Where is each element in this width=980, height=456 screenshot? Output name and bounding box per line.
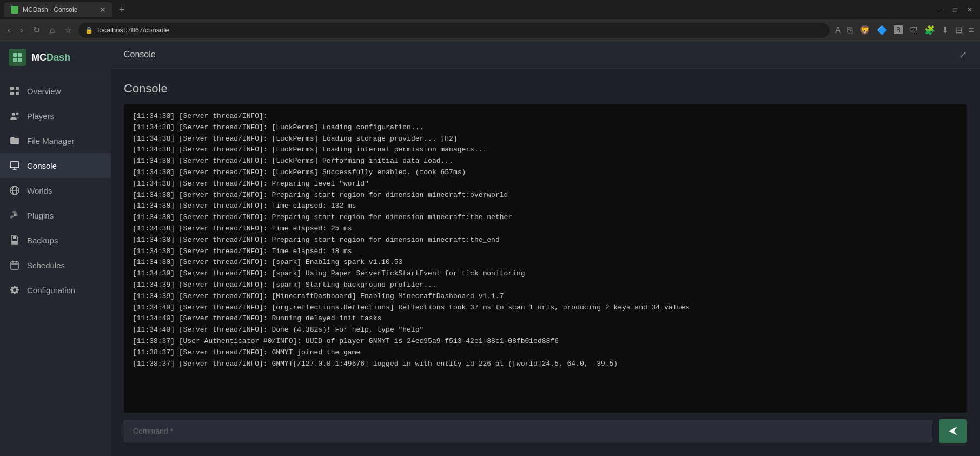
- logo-suffix: Dash: [47, 52, 70, 63]
- translate-icon[interactable]: A: [833, 24, 843, 36]
- sidebar-label-backups: Backups: [27, 236, 58, 245]
- download-icon[interactable]: ⬇: [939, 24, 951, 36]
- sidebar-label-console: Console: [27, 161, 57, 170]
- forward-button[interactable]: ›: [17, 23, 26, 37]
- svg-rect-1: [18, 53, 22, 57]
- logo-svg: [12, 52, 23, 63]
- sidebar-toggle-icon[interactable]: ⊟: [953, 24, 964, 36]
- console-line: [11:34:38] [Server thread/INFO]: Prepari…: [133, 190, 958, 201]
- svg-rect-14: [13, 236, 16, 239]
- svg-rect-6: [10, 92, 14, 95]
- console-line: [11:34:39] [Server thread/INFO]: [Minecr…: [133, 291, 958, 302]
- console-line: [11:34:38] [Server thread/INFO]: Time el…: [133, 201, 958, 212]
- console-line: [11:34:38] [Server thread/INFO]: Prepari…: [133, 235, 958, 246]
- address-bar[interactable]: 🔒 localhost:7867/console: [78, 23, 830, 38]
- sidebar-label-plugins: Plugins: [27, 211, 54, 220]
- console-main: Console [11:34:38] [Server thread/INFO]:…: [111, 69, 980, 456]
- console-line: [11:34:38] [Server thread/INFO]: [LuckPe…: [133, 122, 958, 134]
- logo-text: MCDash: [31, 52, 70, 63]
- svg-rect-13: [14, 214, 16, 216]
- console-line: [11:34:38] [Server thread/INFO]: Time el…: [133, 246, 958, 257]
- shield-icon[interactable]: 🛡: [907, 24, 920, 36]
- console-line: [11:38:37] [Server thread/INFO]: GNMYT[/…: [133, 359, 958, 370]
- sidebar-item-file-manager[interactable]: File Manager: [0, 128, 111, 153]
- console-line: [11:34:38] [Server thread/INFO]:: [133, 111, 958, 122]
- console-line: [11:38:37] [User Authenticator #0/INFO]:…: [133, 336, 958, 347]
- extension-icon-1[interactable]: 🔷: [875, 24, 890, 36]
- sidebar: MCDash Overview Players: [0, 41, 111, 456]
- svg-rect-15: [12, 241, 17, 244]
- menu-icon[interactable]: ≡: [966, 24, 976, 36]
- bookmark-button[interactable]: ☆: [61, 23, 75, 37]
- sidebar-item-console[interactable]: Console: [0, 153, 111, 178]
- command-input[interactable]: [124, 420, 932, 442]
- console-line: [11:34:39] [Server thread/INFO]: [spark]…: [133, 268, 958, 280]
- calendar-icon: [9, 259, 21, 271]
- svg-point-9: [16, 113, 19, 115]
- sidebar-item-schedules[interactable]: Schedules: [0, 253, 111, 277]
- tab-favicon: [11, 6, 18, 14]
- svg-rect-4: [10, 87, 14, 90]
- sidebar-label-players: Players: [27, 111, 54, 121]
- svg-rect-16: [11, 262, 18, 269]
- app-logo: MCDash: [0, 41, 111, 74]
- close-window-button[interactable]: ✕: [964, 5, 976, 15]
- main-header: Console ⤢: [111, 41, 980, 69]
- extension-icon-3[interactable]: 🧩: [922, 24, 937, 36]
- command-submit-button[interactable]: [939, 419, 967, 443]
- minimize-button[interactable]: —: [934, 5, 947, 15]
- logo-prefix: MC: [31, 52, 47, 63]
- share-icon[interactable]: ⎘: [845, 24, 855, 36]
- console-line: [11:34:38] [Server thread/INFO]: Prepari…: [133, 179, 958, 190]
- console-line: [11:34:38] [Server thread/INFO]: [LuckPe…: [133, 156, 958, 167]
- users-icon: [9, 110, 21, 122]
- sidebar-item-worlds[interactable]: Worlds: [0, 178, 111, 203]
- sidebar-label-overview: Overview: [27, 87, 61, 96]
- svg-point-8: [12, 113, 15, 116]
- back-button[interactable]: ‹: [4, 23, 14, 37]
- refresh-button[interactable]: ↻: [30, 23, 43, 37]
- tab-close-button[interactable]: ✕: [100, 5, 106, 14]
- console-line: [11:34:38] [Server thread/INFO]: Time el…: [133, 223, 958, 235]
- sidebar-item-configuration[interactable]: Configuration: [0, 277, 111, 302]
- sidebar-label-worlds: Worlds: [27, 186, 52, 195]
- command-area: [124, 413, 967, 443]
- address-text: localhost:7867/console: [97, 26, 823, 34]
- console-line: [11:34:38] [Server thread/INFO]: [spark]…: [133, 257, 958, 268]
- sidebar-item-players[interactable]: Players: [0, 103, 111, 128]
- svg-rect-7: [16, 92, 19, 95]
- extension-icon-2[interactable]: 🅱: [892, 24, 905, 36]
- window-controls: — □ ✕: [934, 5, 976, 15]
- svg-rect-3: [18, 58, 22, 62]
- sidebar-item-backups[interactable]: Backups: [0, 228, 111, 253]
- svg-rect-2: [13, 58, 17, 62]
- maximize-button[interactable]: □: [950, 5, 961, 15]
- new-tab-button[interactable]: +: [115, 4, 129, 16]
- sidebar-item-overview[interactable]: Overview: [0, 78, 111, 103]
- console-line: [11:34:38] [Server thread/INFO]: [LuckPe…: [133, 134, 958, 145]
- sidebar-nav: Overview Players File Manager: [0, 74, 111, 456]
- sidebar-label-configuration: Configuration: [27, 286, 75, 295]
- console-line: [11:38:37] [Server thread/INFO]: GNMYT j…: [133, 347, 958, 359]
- console-line: [11:34:40] [Server thread/INFO]: Done (4…: [133, 325, 958, 336]
- home-button[interactable]: ⌂: [47, 23, 58, 37]
- svg-rect-0: [13, 53, 17, 57]
- svg-rect-10: [10, 162, 19, 168]
- sidebar-item-plugins[interactable]: Plugins: [0, 203, 111, 228]
- console-line: [11:34:38] [Server thread/INFO]: Prepari…: [133, 212, 958, 223]
- brave-icon[interactable]: 🦁: [857, 24, 872, 36]
- monitor-icon: [9, 160, 21, 171]
- puzzle-icon: [9, 209, 21, 221]
- console-line: [11:34:38] [Server thread/INFO]: [LuckPe…: [133, 167, 958, 179]
- active-tab[interactable]: MCDash - Console ✕: [4, 2, 112, 17]
- console-line: [11:34:39] [Server thread/INFO]: [spark]…: [133, 280, 958, 291]
- console-page-title: Console: [124, 82, 967, 96]
- browser-toolbar: ‹ › ↻ ⌂ ☆ 🔒 localhost:7867/console A ⎘ 🦁…: [0, 19, 980, 41]
- logo-icon: [9, 49, 26, 66]
- expand-button[interactable]: ⤢: [959, 49, 967, 61]
- save-icon: [9, 234, 21, 246]
- main-content-area: Console ⤢ Console [11:34:38] [Server thr…: [111, 41, 980, 456]
- console-output: [11:34:38] [Server thread/INFO]:[11:34:3…: [124, 104, 967, 413]
- sidebar-label-schedules: Schedules: [27, 261, 65, 270]
- sidebar-label-file-manager: File Manager: [27, 136, 75, 146]
